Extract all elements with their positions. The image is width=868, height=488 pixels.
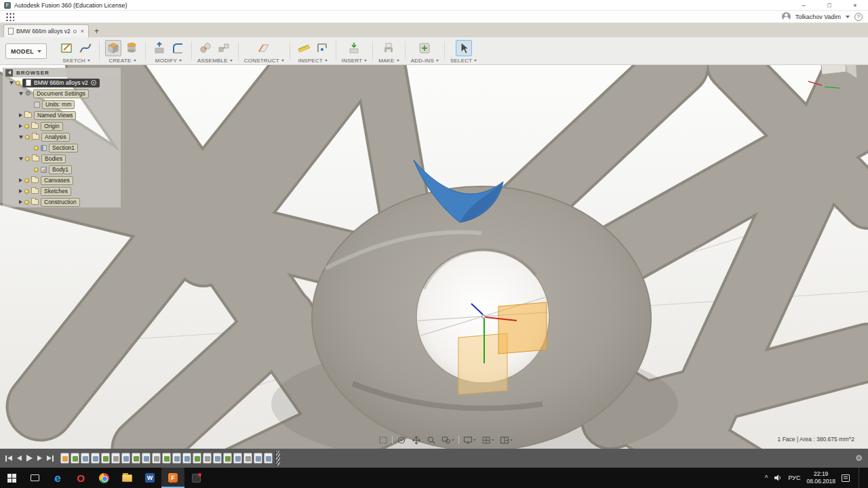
tree-item-label[interactable]: Document Settings xyxy=(33,89,89,98)
taskbar-app-screen-recorder[interactable] xyxy=(184,468,208,488)
expand-arrow-icon[interactable] xyxy=(19,200,22,204)
toolbar-group-label[interactable]: MODIFY xyxy=(155,58,182,64)
timeline-feature-extrude-3[interactable] xyxy=(81,453,90,464)
timeline-feature-fillet-10[interactable] xyxy=(152,453,161,464)
toolbar-group-label[interactable]: CONSTRUCT xyxy=(244,58,284,64)
user-name[interactable]: Tolkachov Vadim xyxy=(795,14,841,20)
root-document-chip[interactable]: BMW 666m alloys v2 xyxy=(22,79,100,87)
close-button[interactable]: × xyxy=(842,0,868,11)
tab-active-document[interactable]: BMW 666m alloys v2 × xyxy=(3,24,89,37)
timeline-feature-plane-1[interactable] xyxy=(60,453,69,464)
toolbar-group-label[interactable]: ADD-INS xyxy=(411,58,439,64)
tree-item-label[interactable]: Body1 xyxy=(49,165,72,174)
press-pull-icon[interactable] xyxy=(151,40,167,56)
tree-item-label[interactable]: Construction xyxy=(41,198,80,207)
visibility-bulb-icon[interactable] xyxy=(34,146,39,150)
tab-close-icon[interactable]: × xyxy=(81,28,84,35)
toolbar-group-label[interactable]: INSPECT xyxy=(298,58,328,64)
toolbar-group-label[interactable]: SELECT xyxy=(450,58,477,64)
taskbar-app-task-view[interactable] xyxy=(23,468,46,488)
minimize-button[interactable]: – xyxy=(791,0,816,11)
tree-row-canvases[interactable]: Canvases xyxy=(3,175,121,186)
taskbar-app-chrome[interactable] xyxy=(92,468,115,488)
activate-component-icon[interactable] xyxy=(91,80,96,85)
tree-item-label[interactable]: Origin xyxy=(41,122,63,131)
expand-arrow-icon[interactable] xyxy=(19,113,22,117)
timeline-feature-extrude-20[interactable] xyxy=(254,453,262,464)
make-3d-print-icon[interactable] xyxy=(380,40,397,56)
tree-row-origin[interactable]: Origin xyxy=(3,121,121,131)
expand-arrow-icon[interactable] xyxy=(19,92,23,96)
clock[interactable]: 22:19 08.06.2018 xyxy=(806,470,835,485)
create-sketch-icon[interactable] xyxy=(59,40,75,56)
taskbar-app-opera[interactable]: O xyxy=(69,468,92,488)
toolbar-group-label[interactable]: CREATE xyxy=(108,58,136,64)
expand-arrow-icon[interactable] xyxy=(19,136,23,139)
step-back-button[interactable] xyxy=(17,455,22,461)
user-avatar[interactable] xyxy=(782,12,791,21)
zoom-button[interactable] xyxy=(425,435,437,445)
timeline-options-gear-icon[interactable]: ⚙ xyxy=(855,453,863,463)
expand-arrow-icon[interactable] xyxy=(19,157,23,161)
taskbar-app-fusion-360[interactable]: F xyxy=(161,468,184,488)
timeline-feature-sketch-5[interactable] xyxy=(101,453,110,464)
tree-row-root[interactable]: BMW 666m alloys v2 xyxy=(3,77,121,88)
visibility-bulb-icon[interactable] xyxy=(34,167,39,172)
expand-arrow-icon[interactable] xyxy=(19,189,22,193)
taskbar-app-word[interactable]: W xyxy=(138,468,161,488)
action-center-icon[interactable] xyxy=(842,474,850,482)
tree-item-label[interactable]: Analysis xyxy=(41,133,70,142)
help-button[interactable]: ? xyxy=(854,13,863,21)
fit-button[interactable] xyxy=(377,435,389,445)
pan-button[interactable] xyxy=(410,435,422,445)
timeline-position-marker[interactable] xyxy=(275,451,280,466)
tree-item-label[interactable]: Sketches xyxy=(41,187,71,196)
timeline-feature-extrude-21[interactable] xyxy=(264,453,273,464)
tree-row-sketches[interactable]: Sketches xyxy=(3,186,121,197)
visibility-bulb-icon[interactable] xyxy=(25,135,30,140)
tree-row-document-settings[interactable]: ⚙Document Settings xyxy=(3,88,121,99)
workspace-switcher[interactable]: MODEL xyxy=(5,43,47,59)
toolbar-group-label[interactable]: MAKE xyxy=(378,58,399,64)
expand-arrow-icon[interactable] xyxy=(19,178,22,182)
go-to-end-button[interactable] xyxy=(47,455,54,462)
tree-item-label[interactable]: Named Views xyxy=(34,111,76,120)
toolbar-group-label[interactable]: SKETCH xyxy=(62,58,90,64)
grid-snap-button[interactable] xyxy=(480,435,496,445)
visibility-bulb-icon[interactable] xyxy=(24,189,29,194)
language-indicator[interactable]: РУС xyxy=(788,474,800,481)
viewports-button[interactable] xyxy=(498,435,514,445)
tree-row-construction[interactable]: Construction xyxy=(3,197,121,207)
taskbar-app-edge[interactable]: e xyxy=(46,468,69,488)
show-desktop-button[interactable] xyxy=(859,468,861,488)
timeline-feature-extrude-18[interactable] xyxy=(233,453,242,464)
fillet-icon[interactable] xyxy=(170,40,186,56)
display-settings-button[interactable] xyxy=(462,435,477,445)
tree-item-label[interactable]: Section1 xyxy=(49,144,78,152)
taskbar-app-file-explorer[interactable] xyxy=(115,468,138,488)
timeline-feature-sketch-8[interactable] xyxy=(132,453,140,464)
expand-arrow-icon[interactable] xyxy=(9,81,14,85)
tree-row-analysis[interactable]: Analysis xyxy=(3,131,121,142)
scripts-add-ins-icon[interactable] xyxy=(416,40,433,56)
visibility-bulb-icon[interactable] xyxy=(16,81,20,85)
data-panel-toggle-icon[interactable] xyxy=(5,12,14,21)
section-analysis-icon[interactable] xyxy=(314,40,330,56)
expand-arrow-icon[interactable] xyxy=(19,124,22,128)
tree-item-label[interactable]: Bodies xyxy=(41,155,66,163)
timeline-feature-extrude-13[interactable] xyxy=(182,453,191,464)
toolbar-group-label[interactable]: ASSEMBLE xyxy=(197,58,233,64)
tree-row-units-mm[interactable]: Units: mm xyxy=(3,99,121,110)
timeline-feature-extrude-12[interactable] xyxy=(172,453,181,464)
visibility-bulb-icon[interactable] xyxy=(25,157,30,161)
viewport[interactable] xyxy=(0,65,868,449)
go-to-start-button[interactable] xyxy=(5,455,12,462)
section-plane-upper[interactable] xyxy=(498,302,547,354)
timeline-feature-fillet-15[interactable] xyxy=(203,453,212,464)
timeline-feature-extrude-7[interactable] xyxy=(121,453,130,464)
tree-row-named-views[interactable]: Named Views xyxy=(3,110,121,121)
chevron-down-icon[interactable] xyxy=(846,16,850,18)
timeline-feature-extrude-16[interactable] xyxy=(213,453,222,464)
as-built-joint-icon[interactable] xyxy=(216,40,232,56)
tree-item-label[interactable]: Canvases xyxy=(41,176,73,185)
